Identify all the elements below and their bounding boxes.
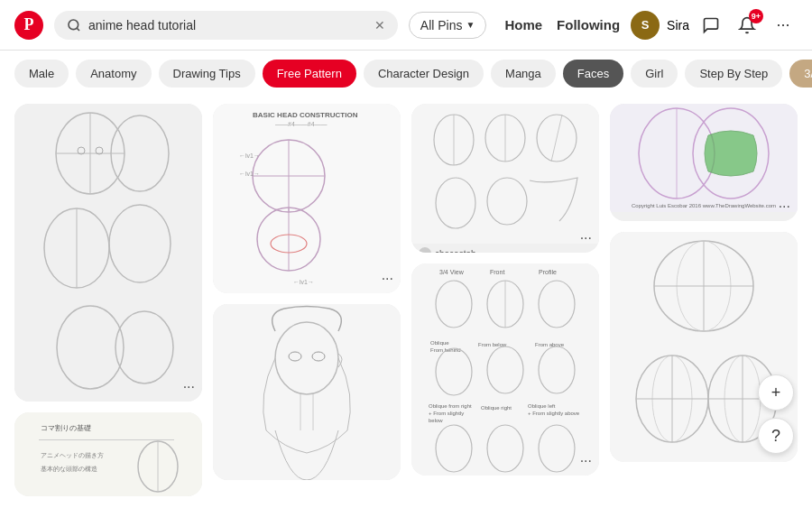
svg-point-55	[487, 346, 523, 393]
pin-manga[interactable]: Learn To Draw Manga ···	[14, 104, 202, 402]
plus-icon: +	[771, 383, 781, 402]
pin-construction[interactable]: BASIC HEAD CONSTRUCTION ——#4——#4—— ←lv1→…	[213, 104, 401, 293]
category-free-pattern[interactable]: Free Pattern	[263, 60, 356, 88]
svg-text:Front: Front	[490, 269, 504, 275]
svg-text:Oblique from right: Oblique from right	[429, 403, 472, 409]
svg-point-31	[289, 352, 301, 361]
svg-text:+ From slightly: + From slightly	[429, 411, 464, 416]
pin-views-more-button[interactable]: ···	[580, 454, 592, 468]
all-pins-dropdown[interactable]: All Pins ▼	[409, 12, 487, 39]
pinterest-logo[interactable]: P	[14, 11, 43, 40]
svg-text:←lv1→: ←lv1→	[293, 279, 314, 285]
avatar[interactable]: S	[631, 11, 660, 40]
nav-home[interactable]: Home	[504, 17, 542, 32]
pin-chibi-image	[213, 304, 401, 480]
svg-text:Profile: Profile	[539, 269, 557, 275]
question-icon: ?	[771, 427, 780, 446]
username-avatar	[419, 247, 431, 253]
category-anatomy[interactable]: Anatomy	[76, 60, 151, 88]
all-pins-label: All Pins	[420, 18, 463, 32]
svg-point-49	[539, 281, 575, 328]
fab-area: + ?	[758, 374, 794, 454]
pin-mask[interactable]: Copyright Luis Escobar 2016 www.TheDrawi…	[610, 104, 798, 221]
pin-poses[interactable]: chocostab ···	[411, 104, 599, 253]
svg-text:——#4——#4——: ——#4——#4——	[275, 121, 328, 127]
more-icon: ···	[776, 15, 789, 34]
username-label[interactable]: Sira	[667, 18, 689, 32]
svg-point-41	[436, 178, 475, 228]
username-text: chocostab	[435, 249, 476, 254]
column-1: BASIC HEAD CONSTRUCTION ——#4——#4—— ←lv1→…	[213, 104, 401, 496]
search-icon	[67, 18, 81, 32]
column-0: Learn To Draw Manga ··· コマ割りの基礎 アニメヘッドの描…	[14, 104, 202, 496]
category-character-design[interactable]: Character Design	[364, 60, 484, 88]
pin-poses-username: chocostab	[411, 244, 599, 253]
pin-construction-more-button[interactable]: ···	[382, 272, 393, 286]
messages-button[interactable]	[697, 11, 725, 40]
category-faces[interactable]: Faces	[563, 60, 623, 88]
nav-links: Home Following	[504, 17, 620, 32]
svg-text:Oblique left: Oblique left	[528, 403, 556, 409]
svg-line-1	[77, 28, 79, 31]
svg-text:below: below	[429, 418, 443, 423]
column-2: chocostab ··· 3/4 View Front Profile Obl…	[411, 104, 599, 496]
category-3-4[interactable]: 3/4	[789, 60, 812, 88]
svg-point-64	[487, 425, 523, 472]
category-male[interactable]: Male	[14, 60, 69, 88]
category-girl[interactable]: Girl	[631, 60, 678, 88]
categories-bar: Male Anatomy Drawing Tips Free Pattern C…	[0, 51, 812, 97]
pin-poses-more-button[interactable]: ···	[580, 231, 592, 245]
pin-views-image: 3/4 View Front Profile Oblique From behi…	[411, 263, 599, 476]
notifications-button[interactable]: 9+	[733, 11, 761, 40]
category-manga[interactable]: Manga	[491, 60, 556, 88]
svg-text:アニメヘッドの描き方: アニメヘッドの描き方	[41, 452, 104, 459]
pin-grid: Learn To Draw Manga ··· コマ割りの基礎 アニメヘッドの描…	[0, 97, 812, 503]
svg-point-9	[57, 306, 124, 389]
svg-point-42	[487, 178, 527, 225]
svg-point-8	[109, 205, 171, 282]
pin-poses-image	[411, 104, 599, 244]
fab-help-button[interactable]: ?	[758, 418, 794, 454]
search-bar: ✕	[54, 11, 398, 40]
category-drawing-tips[interactable]: Drawing Tips	[159, 60, 255, 88]
svg-text:Oblique: Oblique	[430, 340, 449, 346]
svg-point-0	[69, 20, 78, 30]
pin-chibi[interactable]	[213, 304, 401, 480]
category-step-by-step[interactable]: Step By Step	[685, 60, 782, 88]
pin-japanese[interactable]: コマ割りの基礎 アニメヘッドの描き方 基本的な頭部の構造	[14, 412, 202, 497]
clear-search-button[interactable]: ✕	[374, 18, 385, 32]
svg-point-32	[312, 352, 325, 361]
svg-line-40	[551, 115, 562, 162]
pin-manga-more-button[interactable]: ···	[183, 380, 195, 394]
svg-point-54	[436, 348, 472, 395]
pin-mask-more-button[interactable]: ···	[779, 199, 790, 214]
chevron-down-icon: ▼	[466, 20, 475, 30]
nav-following[interactable]: Following	[557, 17, 620, 32]
more-options-button[interactable]: ···	[769, 11, 798, 40]
header: P ✕ All Pins ▼ Home Following S Sira 9+	[0, 0, 812, 51]
svg-text:←lv1→: ←lv1→	[239, 171, 260, 177]
svg-text:BASIC HEAD CONSTRUCTION: BASIC HEAD CONSTRUCTION	[253, 111, 358, 119]
svg-text:コマ割りの基礎: コマ割りの基礎	[41, 424, 91, 432]
message-icon	[702, 16, 720, 34]
search-input[interactable]	[88, 18, 367, 32]
svg-point-63	[436, 425, 472, 472]
logo-letter: P	[24, 15, 34, 34]
svg-point-30	[275, 322, 338, 394]
svg-point-46	[436, 281, 472, 328]
pin-views[interactable]: 3/4 View Front Profile Oblique From behi…	[411, 263, 599, 476]
svg-rect-14	[39, 439, 174, 440]
pin-mask-image: Copyright Luis Escobar 2016 www.TheDrawi…	[610, 104, 798, 212]
svg-point-65	[539, 425, 575, 472]
pin-japanese-image: コマ割りの基礎 アニメヘッドの描き方 基本的な頭部の構造	[14, 412, 202, 497]
fab-plus-button[interactable]: +	[758, 374, 794, 411]
svg-text:Oblique right: Oblique right	[481, 405, 512, 411]
svg-text:3/4 View: 3/4 View	[439, 269, 465, 275]
avatar-initial: S	[641, 18, 650, 32]
svg-text:基本的な頭部の構造: 基本的な頭部の構造	[41, 466, 97, 473]
pin-construction-image: BASIC HEAD CONSTRUCTION ——#4——#4—— ←lv1→…	[213, 104, 401, 293]
svg-point-56	[539, 346, 575, 393]
svg-text:+ From slightly above: + From slightly above	[528, 411, 580, 416]
notification-badge: 9+	[749, 9, 763, 23]
header-right: S Sira 9+ ···	[631, 11, 798, 40]
